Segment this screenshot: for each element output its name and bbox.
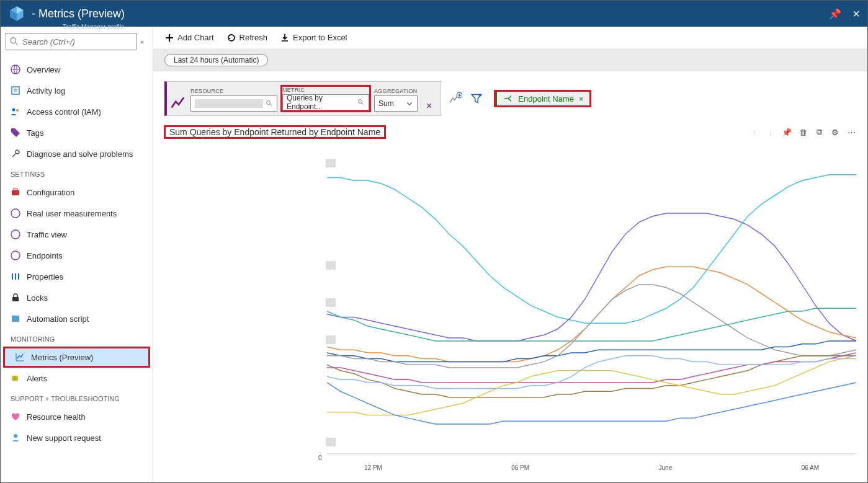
sidebar-item-label: Endpoints xyxy=(27,251,63,260)
svg-rect-8 xyxy=(12,190,19,195)
metric-config-row: RESOURCE METRIC Queries by Endpoint... A… xyxy=(164,81,856,116)
chevron-down-icon xyxy=(406,100,413,107)
metric-value: Queries by Endpoint... xyxy=(287,94,355,111)
sidebar-item-label: Automation script xyxy=(27,314,89,324)
sidebar-item-overview[interactable]: Overview xyxy=(1,59,153,80)
sidebar-item-traffic-view[interactable]: Traffic view xyxy=(1,224,153,245)
sidebar-item-label: Alerts xyxy=(27,374,47,383)
monitoring-header: MONITORING xyxy=(1,329,153,347)
collapse-sidebar-icon[interactable]: « xyxy=(136,38,148,45)
page-subtitle: Traffic Manager profile xyxy=(63,24,125,30)
split-by-pill[interactable]: Endpoint Name × xyxy=(494,91,590,107)
search-icon xyxy=(266,100,273,107)
sidebar-item-automation[interactable]: Automation script xyxy=(1,308,153,329)
pin-chart-icon[interactable]: 📌 xyxy=(782,127,792,137)
sidebar-item-label: Properties xyxy=(27,272,63,281)
sidebar-item-endpoints[interactable]: Endpoints xyxy=(1,245,153,266)
x-tick-label: 06 PM xyxy=(511,464,529,471)
svg-rect-17 xyxy=(12,316,19,322)
export-button[interactable]: Export to Excel xyxy=(280,33,347,43)
main-content: Add Chart Refresh Export to Excel Last 2… xyxy=(153,27,867,482)
sidebar-item-label: Real user measurements xyxy=(27,209,117,218)
more-icon[interactable]: ⋯ xyxy=(846,127,856,137)
support-icon xyxy=(11,433,20,443)
remove-metric-button[interactable]: × xyxy=(421,100,437,112)
sidebar-item-label: Resource health xyxy=(27,412,86,422)
y-tick xyxy=(326,261,336,270)
toolbar-label: Export to Excel xyxy=(293,33,347,42)
sidebar-item-label: Overview xyxy=(27,65,60,74)
sidebar-item-tags[interactable]: Tags xyxy=(1,122,153,143)
move-down-icon[interactable]: ↓ xyxy=(766,127,776,137)
time-range-bar: Last 24 hours (Automatic) xyxy=(153,49,867,71)
move-up-icon[interactable]: ↑ xyxy=(749,127,759,137)
sidebar-item-alerts[interactable]: Alerts xyxy=(1,368,153,389)
resource-label: RESOURCE xyxy=(190,88,277,94)
sliders-icon xyxy=(11,272,20,281)
globe-icon xyxy=(11,64,20,74)
sidebar-item-support-request[interactable]: New support request xyxy=(1,427,153,448)
sidebar-item-access-control[interactable]: Access control (IAM) xyxy=(1,101,153,122)
svg-rect-3 xyxy=(12,87,19,94)
sidebar-item-metrics[interactable]: Metrics (Preview) xyxy=(3,347,150,368)
x-tick-label: 06 AM xyxy=(802,464,819,471)
download-icon xyxy=(280,33,290,43)
metric-picker[interactable]: Queries by Endpoint... xyxy=(282,94,369,110)
wrench-icon xyxy=(11,149,20,159)
add-metric-button[interactable] xyxy=(449,92,462,105)
globe-icon xyxy=(11,250,20,260)
remove-split-button[interactable]: × xyxy=(579,94,584,104)
sidebar-item-label: Access control (IAM) xyxy=(27,107,101,117)
sidebar-item-label: Tags xyxy=(27,128,43,138)
resource-picker[interactable] xyxy=(190,95,277,112)
svg-line-1 xyxy=(16,43,18,45)
script-icon xyxy=(11,314,20,324)
y-tick xyxy=(326,335,336,344)
refresh-icon xyxy=(226,33,236,43)
toolbar: Add Chart Refresh Export to Excel xyxy=(153,27,867,49)
gear-icon[interactable]: ⚙ xyxy=(830,127,840,137)
chart-icon xyxy=(15,352,25,362)
sidebar-item-label: Configuration xyxy=(27,188,74,197)
clone-chart-icon[interactable]: ⧉ xyxy=(814,127,824,137)
time-range-pill[interactable]: Last 24 hours (Automatic) xyxy=(164,54,268,66)
toolbox-icon xyxy=(11,187,20,197)
titlebar: - Metrics (Preview) Traffic Manager prof… xyxy=(1,1,867,27)
aggregation-picker[interactable]: Sum xyxy=(374,95,418,112)
sidebar-item-label: Metrics (Preview) xyxy=(31,353,93,362)
delete-chart-icon[interactable]: 🗑 xyxy=(798,127,808,137)
aggregation-value: Sum xyxy=(378,99,403,108)
sidebar-item-locks[interactable]: Locks xyxy=(1,287,153,308)
search-input[interactable]: Search (Ctrl+/) xyxy=(6,33,136,50)
lock-icon xyxy=(11,293,20,303)
sidebar-item-resource-health[interactable]: Resource health xyxy=(1,406,153,427)
svg-point-0 xyxy=(11,38,16,43)
svg-point-7 xyxy=(16,109,19,112)
add-filter-button[interactable] xyxy=(470,92,483,105)
toolbar-label: Refresh xyxy=(239,33,268,42)
sidebar-item-diagnose[interactable]: Diagnose and solve problems xyxy=(1,143,153,164)
split-by-label: Endpoint Name xyxy=(518,94,574,104)
close-blade-icon[interactable]: × xyxy=(852,7,860,21)
sidebar-item-label: Locks xyxy=(27,293,48,303)
resource-value xyxy=(195,99,263,108)
svg-line-22 xyxy=(270,104,272,106)
sidebar-item-label: Activity log xyxy=(27,86,65,95)
toolbar-label: Add Chart xyxy=(177,33,214,42)
search-icon xyxy=(10,37,19,46)
sidebar-item-configuration[interactable]: Configuration xyxy=(1,182,153,203)
refresh-button[interactable]: Refresh xyxy=(226,33,268,43)
sidebar-item-properties[interactable]: Properties xyxy=(1,266,153,287)
svg-point-10 xyxy=(11,209,20,218)
svg-point-6 xyxy=(12,109,16,112)
page-title: - Metrics (Preview) xyxy=(32,7,125,20)
add-chart-button[interactable]: Add Chart xyxy=(164,33,214,43)
sidebar-item-activity-log[interactable]: Activity log xyxy=(1,80,153,101)
support-header: SUPPORT + TROUBLESHOOTING xyxy=(1,389,153,406)
y-tick xyxy=(326,159,336,167)
aggregation-label: AGGREGATION xyxy=(374,88,418,94)
x-tick-label: 12 PM xyxy=(364,464,382,471)
sidebar-item-rum[interactable]: Real user measurements xyxy=(1,203,153,224)
sidebar: Search (Ctrl+/) « Overview Activity log … xyxy=(1,27,153,482)
pin-icon[interactable]: 📌 xyxy=(829,8,841,20)
